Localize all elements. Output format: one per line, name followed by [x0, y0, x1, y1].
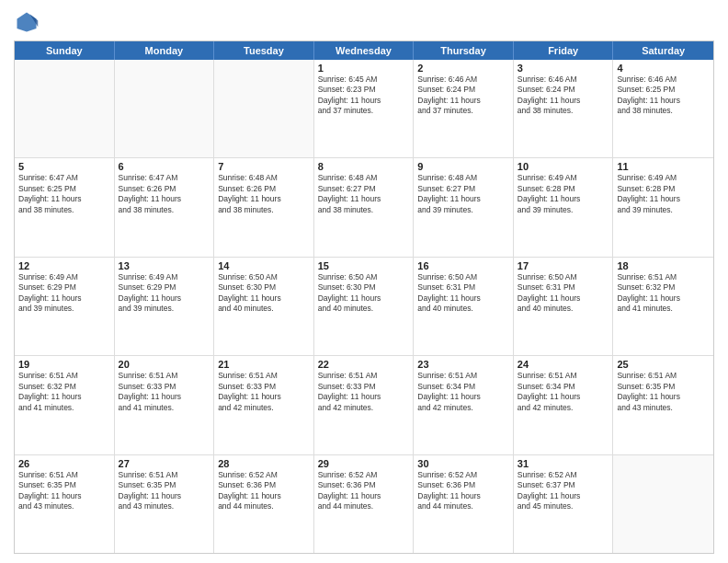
- day-info: Sunrise: 6:51 AM Sunset: 6:32 PM Dayligh…: [18, 371, 110, 413]
- day-info: Sunrise: 6:46 AM Sunset: 6:25 PM Dayligh…: [617, 75, 710, 117]
- day-number: 31: [518, 458, 609, 469]
- calendar-cell: 13Sunrise: 6:49 AM Sunset: 6:29 PM Dayli…: [115, 258, 215, 355]
- calendar-cell: [613, 455, 713, 553]
- day-number: 13: [119, 260, 210, 271]
- day-info: Sunrise: 6:45 AM Sunset: 6:23 PM Dayligh…: [318, 75, 410, 117]
- day-number: 4: [617, 63, 710, 74]
- calendar-cell: 27Sunrise: 6:51 AM Sunset: 6:35 PM Dayli…: [115, 455, 215, 553]
- day-info: Sunrise: 6:50 AM Sunset: 6:30 PM Dayligh…: [218, 272, 310, 315]
- day-number: 22: [318, 359, 410, 370]
- weekday-header: Monday: [115, 41, 215, 60]
- day-number: 29: [318, 458, 410, 469]
- weekday-header: Friday: [514, 41, 614, 60]
- calendar-cell: 24Sunrise: 6:51 AM Sunset: 6:34 PM Dayli…: [514, 356, 614, 454]
- calendar-cell: 20Sunrise: 6:51 AM Sunset: 6:33 PM Dayli…: [115, 356, 215, 454]
- day-number: 7: [218, 161, 310, 172]
- day-number: 18: [617, 260, 710, 271]
- day-info: Sunrise: 6:51 AM Sunset: 6:35 PM Dayligh…: [119, 470, 210, 512]
- day-info: Sunrise: 6:51 AM Sunset: 6:35 PM Dayligh…: [617, 371, 710, 413]
- page: SundayMondayTuesdayWednesdayThursdayFrid…: [0, 0, 728, 563]
- day-info: Sunrise: 6:51 AM Sunset: 6:34 PM Dayligh…: [417, 371, 509, 413]
- logo: [14, 9, 43, 35]
- calendar-cell: [214, 60, 314, 157]
- day-info: Sunrise: 6:49 AM Sunset: 6:28 PM Dayligh…: [518, 173, 609, 215]
- day-number: 17: [518, 260, 609, 271]
- day-info: Sunrise: 6:50 AM Sunset: 6:30 PM Dayligh…: [318, 272, 410, 315]
- calendar-cell: 6Sunrise: 6:47 AM Sunset: 6:26 PM Daylig…: [115, 158, 215, 256]
- calendar-cell: 30Sunrise: 6:52 AM Sunset: 6:36 PM Dayli…: [414, 455, 514, 553]
- calendar-cell: 5Sunrise: 6:47 AM Sunset: 6:25 PM Daylig…: [15, 158, 115, 256]
- weekday-header: Thursday: [414, 41, 514, 60]
- day-info: Sunrise: 6:51 AM Sunset: 6:32 PM Dayligh…: [617, 272, 710, 315]
- calendar-cell: 22Sunrise: 6:51 AM Sunset: 6:33 PM Dayli…: [314, 356, 415, 454]
- day-info: Sunrise: 6:49 AM Sunset: 6:28 PM Dayligh…: [617, 173, 710, 215]
- day-info: Sunrise: 6:52 AM Sunset: 6:36 PM Dayligh…: [218, 470, 310, 512]
- day-info: Sunrise: 6:47 AM Sunset: 6:26 PM Dayligh…: [119, 173, 210, 215]
- calendar-cell: 3Sunrise: 6:46 AM Sunset: 6:24 PM Daylig…: [514, 60, 614, 157]
- day-number: 12: [18, 260, 110, 271]
- day-number: 10: [518, 161, 609, 172]
- logo-icon: [14, 9, 40, 35]
- calendar-cell: 1Sunrise: 6:45 AM Sunset: 6:23 PM Daylig…: [314, 60, 415, 157]
- calendar-cell: 29Sunrise: 6:52 AM Sunset: 6:36 PM Dayli…: [314, 455, 415, 553]
- day-number: 21: [218, 359, 310, 370]
- day-info: Sunrise: 6:48 AM Sunset: 6:27 PM Dayligh…: [417, 173, 509, 215]
- calendar-cell: 16Sunrise: 6:50 AM Sunset: 6:31 PM Dayli…: [414, 258, 514, 355]
- calendar-cell: 31Sunrise: 6:52 AM Sunset: 6:37 PM Dayli…: [514, 455, 614, 553]
- calendar-cell: 12Sunrise: 6:49 AM Sunset: 6:29 PM Dayli…: [15, 258, 115, 355]
- day-number: 24: [518, 359, 609, 370]
- calendar-cell: 23Sunrise: 6:51 AM Sunset: 6:34 PM Dayli…: [414, 356, 514, 454]
- day-number: 28: [218, 458, 310, 469]
- day-info: Sunrise: 6:52 AM Sunset: 6:36 PM Dayligh…: [318, 470, 410, 512]
- calendar-row: 19Sunrise: 6:51 AM Sunset: 6:32 PM Dayli…: [15, 356, 713, 454]
- day-number: 8: [318, 161, 410, 172]
- svg-marker-0: [17, 13, 37, 32]
- calendar-cell: 25Sunrise: 6:51 AM Sunset: 6:35 PM Dayli…: [613, 356, 713, 454]
- calendar-cell: 11Sunrise: 6:49 AM Sunset: 6:28 PM Dayli…: [613, 158, 713, 256]
- day-number: 19: [18, 359, 110, 370]
- day-number: 25: [617, 359, 710, 370]
- calendar-row: 5Sunrise: 6:47 AM Sunset: 6:25 PM Daylig…: [15, 158, 713, 257]
- calendar-cell: 9Sunrise: 6:48 AM Sunset: 6:27 PM Daylig…: [414, 158, 514, 256]
- calendar-body: 1Sunrise: 6:45 AM Sunset: 6:23 PM Daylig…: [15, 60, 713, 553]
- weekday-header: Saturday: [613, 41, 713, 60]
- day-number: 27: [119, 458, 210, 469]
- calendar-cell: [115, 60, 215, 157]
- calendar-cell: 19Sunrise: 6:51 AM Sunset: 6:32 PM Dayli…: [15, 356, 115, 454]
- day-info: Sunrise: 6:51 AM Sunset: 6:33 PM Dayligh…: [119, 371, 210, 413]
- day-info: Sunrise: 6:51 AM Sunset: 6:33 PM Dayligh…: [318, 371, 410, 413]
- day-info: Sunrise: 6:48 AM Sunset: 6:27 PM Dayligh…: [318, 173, 410, 215]
- calendar-cell: 2Sunrise: 6:46 AM Sunset: 6:24 PM Daylig…: [414, 60, 514, 157]
- weekday-header: Sunday: [15, 41, 115, 60]
- calendar-cell: 21Sunrise: 6:51 AM Sunset: 6:33 PM Dayli…: [214, 356, 314, 454]
- day-number: 14: [218, 260, 310, 271]
- calendar-header: SundayMondayTuesdayWednesdayThursdayFrid…: [15, 41, 713, 60]
- day-info: Sunrise: 6:48 AM Sunset: 6:26 PM Dayligh…: [218, 173, 310, 215]
- day-number: 16: [417, 260, 509, 271]
- weekday-header: Wednesday: [314, 41, 415, 60]
- calendar-cell: 18Sunrise: 6:51 AM Sunset: 6:32 PM Dayli…: [613, 258, 713, 355]
- day-info: Sunrise: 6:51 AM Sunset: 6:34 PM Dayligh…: [518, 371, 609, 413]
- day-number: 5: [18, 161, 110, 172]
- weekday-header: Tuesday: [214, 41, 314, 60]
- calendar-row: 1Sunrise: 6:45 AM Sunset: 6:23 PM Daylig…: [15, 60, 713, 158]
- day-number: 20: [119, 359, 210, 370]
- calendar-cell: 26Sunrise: 6:51 AM Sunset: 6:35 PM Dayli…: [15, 455, 115, 553]
- day-number: 26: [18, 458, 110, 469]
- calendar-cell: [15, 60, 115, 157]
- day-number: 1: [318, 63, 410, 74]
- day-number: 15: [318, 260, 410, 271]
- day-info: Sunrise: 6:50 AM Sunset: 6:31 PM Dayligh…: [518, 272, 609, 315]
- day-number: 23: [417, 359, 509, 370]
- day-number: 9: [417, 161, 509, 172]
- header: [14, 9, 714, 35]
- day-number: 2: [417, 63, 509, 74]
- day-info: Sunrise: 6:51 AM Sunset: 6:33 PM Dayligh…: [218, 371, 310, 413]
- day-info: Sunrise: 6:46 AM Sunset: 6:24 PM Dayligh…: [417, 75, 509, 117]
- day-info: Sunrise: 6:51 AM Sunset: 6:35 PM Dayligh…: [18, 470, 110, 512]
- calendar-cell: 10Sunrise: 6:49 AM Sunset: 6:28 PM Dayli…: [514, 158, 614, 256]
- calendar-cell: 7Sunrise: 6:48 AM Sunset: 6:26 PM Daylig…: [214, 158, 314, 256]
- calendar-cell: 17Sunrise: 6:50 AM Sunset: 6:31 PM Dayli…: [514, 258, 614, 355]
- day-info: Sunrise: 6:52 AM Sunset: 6:37 PM Dayligh…: [518, 470, 609, 512]
- calendar-cell: 14Sunrise: 6:50 AM Sunset: 6:30 PM Dayli…: [214, 258, 314, 355]
